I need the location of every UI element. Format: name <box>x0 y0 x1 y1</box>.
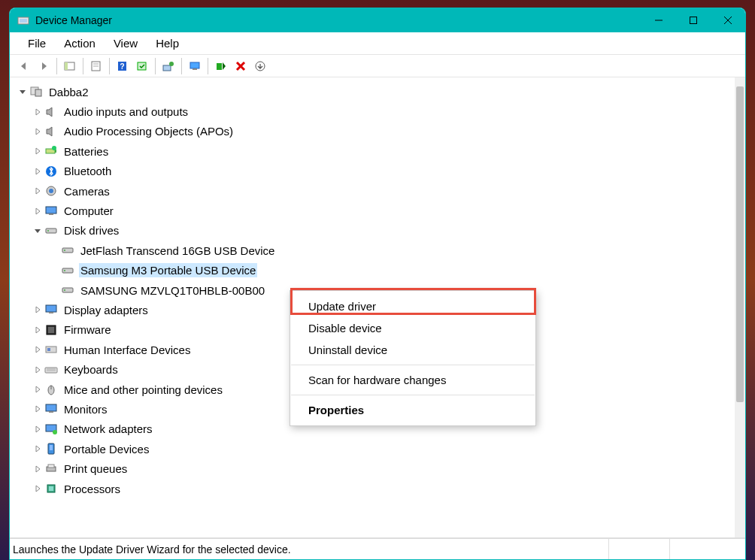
menu-help[interactable]: Help <box>147 34 188 53</box>
expander-icon[interactable] <box>32 464 43 474</box>
bluetooth-icon <box>44 165 58 178</box>
tree-category-label: Bluetooth <box>62 164 113 178</box>
svg-point-29 <box>49 189 53 193</box>
expander-icon[interactable] <box>32 365 43 375</box>
scroll-thumb[interactable] <box>736 86 744 402</box>
device-manager-window: Device Manager File Action View Help ? <box>9 8 746 560</box>
tree-device-label: SAMSUNG MZVLQ1T0HBLB-00B00 <box>79 283 266 298</box>
tree-category[interactable]: Computer <box>14 201 735 220</box>
context-menu-item[interactable]: Update driver <box>290 295 535 317</box>
mouse-icon <box>44 383 58 396</box>
statusbar: Launches the Update Driver Wizard for th… <box>10 538 745 559</box>
help-button[interactable]: ? <box>114 57 132 75</box>
expander-icon[interactable] <box>32 304 43 315</box>
context-menu-item[interactable]: Properties <box>290 399 535 421</box>
tree-category[interactable]: Batteries <box>14 141 735 161</box>
tree-category[interactable]: Processors <box>14 479 735 498</box>
svg-rect-14 <box>163 65 171 71</box>
expander-icon[interactable] <box>32 384 43 395</box>
cpu-icon <box>44 482 58 495</box>
svg-rect-13 <box>138 62 146 70</box>
expander-icon[interactable] <box>32 226 43 236</box>
monitor-icon <box>44 204 58 218</box>
tree-device[interactable]: JetFlash Transcend 16GB USB Device <box>14 241 735 260</box>
expander-icon[interactable] <box>32 107 43 117</box>
expander-icon[interactable] <box>32 443 43 454</box>
svg-rect-23 <box>35 89 41 96</box>
remote-button[interactable] <box>186 57 204 75</box>
tree-category[interactable]: Audio inputs and outputs <box>14 101 735 121</box>
tree-device[interactable]: Samsung M3 Portable USB Device <box>14 261 735 280</box>
tree-category-label: Disk drives <box>62 223 120 238</box>
vertical-scrollbar[interactable] <box>735 77 745 537</box>
tree-category[interactable]: Disk drives <box>14 221 735 241</box>
scan-button[interactable] <box>133 57 151 75</box>
hid-icon <box>44 343 58 356</box>
tree-category[interactable]: Bluetooth <box>14 162 735 181</box>
tree-category-label: Audio Processing Objects (APOs) <box>62 124 235 138</box>
svg-rect-40 <box>46 305 56 312</box>
tree-category-label: Mice and other pointing devices <box>62 383 224 397</box>
expander-icon[interactable] <box>32 186 43 196</box>
disable-button[interactable] <box>251 57 269 75</box>
svg-rect-43 <box>48 327 54 333</box>
tree-category[interactable]: Audio Processing Objects (APOs) <box>14 122 735 141</box>
svg-point-54 <box>53 430 57 434</box>
context-menu-item[interactable]: Uninstall device <box>290 339 535 361</box>
expander-icon[interactable] <box>32 126 43 137</box>
svg-rect-51 <box>46 404 56 411</box>
disk-icon <box>61 244 74 257</box>
close-button[interactable] <box>711 8 745 32</box>
svg-rect-31 <box>49 213 53 215</box>
titlebar: Device Manager <box>10 8 745 32</box>
tree-category-label: Display adapters <box>62 303 150 317</box>
network-icon <box>44 422 58 436</box>
properties-button[interactable] <box>87 57 105 75</box>
expander-icon[interactable] <box>32 404 43 414</box>
svg-rect-60 <box>49 486 53 491</box>
tree-category-label: Print queues <box>62 462 129 476</box>
tree-device-label: JetFlash Transcend 16GB USB Device <box>79 244 276 258</box>
svg-rect-30 <box>46 207 56 213</box>
forward-button[interactable] <box>35 57 53 75</box>
menu-action[interactable]: Action <box>55 34 105 53</box>
expander-icon[interactable] <box>32 344 43 355</box>
app-icon <box>17 14 29 26</box>
expander-icon[interactable] <box>32 146 43 156</box>
speaker-icon <box>44 125 58 138</box>
maximize-button[interactable] <box>676 8 711 32</box>
tree-category[interactable]: Cameras <box>14 181 735 201</box>
svg-rect-41 <box>49 312 53 313</box>
expander-icon[interactable] <box>32 166 43 177</box>
svg-point-15 <box>169 62 174 66</box>
svg-rect-52 <box>49 411 53 413</box>
speaker-icon <box>44 105 58 119</box>
menu-view[interactable]: View <box>105 34 147 53</box>
show-hide-console-button[interactable] <box>61 57 79 75</box>
uninstall-button[interactable] <box>232 57 250 75</box>
context-menu-item[interactable]: Scan for hardware changes <box>290 369 535 391</box>
back-button[interactable] <box>15 57 33 75</box>
menu-file[interactable]: File <box>19 34 55 53</box>
monitor-icon <box>44 402 58 416</box>
svg-point-33 <box>47 230 49 232</box>
expander-icon[interactable] <box>17 86 28 97</box>
context-menu-item[interactable]: Disable device <box>290 317 535 339</box>
minimize-button[interactable] <box>641 8 676 32</box>
enable-device-button[interactable] <box>212 57 230 75</box>
tree-root[interactable]: Dabba2 <box>14 82 735 101</box>
tree-category-label: Firmware <box>62 322 113 337</box>
svg-rect-16 <box>190 62 199 68</box>
expander-icon[interactable] <box>32 424 43 434</box>
tree-category-label: Keyboards <box>62 362 120 377</box>
window-title: Device Manager <box>35 14 641 26</box>
update-driver-button[interactable] <box>159 57 177 75</box>
svg-point-39 <box>64 289 65 291</box>
expander-icon[interactable] <box>32 325 43 335</box>
expander-icon[interactable] <box>32 483 43 494</box>
tree-category[interactable]: Portable Devices <box>14 439 735 459</box>
tree-category[interactable]: Print queues <box>14 459 735 478</box>
expander-icon[interactable] <box>32 206 43 216</box>
context-menu-separator <box>291 365 535 365</box>
svg-point-37 <box>64 270 65 271</box>
